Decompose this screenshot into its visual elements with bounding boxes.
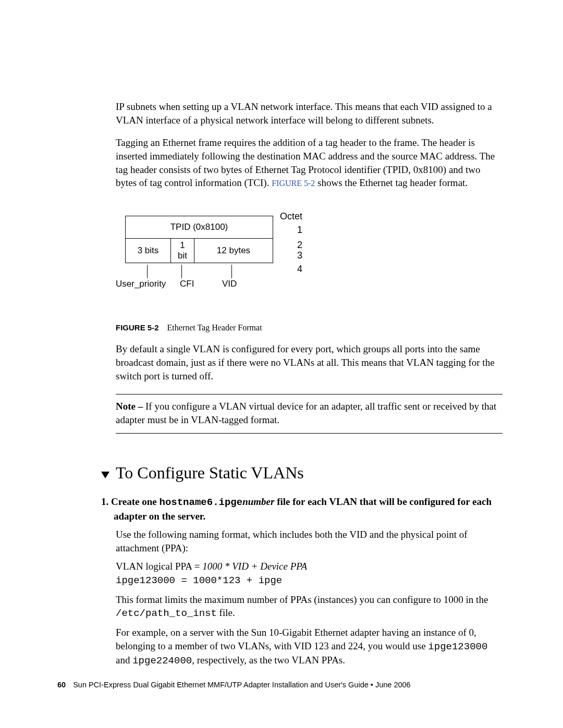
note-lead: Note – xyxy=(116,401,145,412)
footer-title: Sun PCI-Express Dual Gigabit Ethernet MM… xyxy=(73,681,411,689)
note-body: If you configure a VLAN virtual device f… xyxy=(116,401,496,425)
callout-line xyxy=(147,265,148,278)
octet-1: 1 xyxy=(276,225,302,236)
cell-1bit: 1 bit xyxy=(171,238,194,263)
page-number: 60 xyxy=(57,681,66,689)
octet-label: Octet xyxy=(276,212,302,222)
formula-line: VLAN logical PPA = 1000 * VID + Device P… xyxy=(116,560,503,573)
figure-caption-text: Ethernet Tag Header Format xyxy=(167,323,262,332)
label-user-priority: User_priority xyxy=(116,278,166,290)
body-paragraph: Use the following naming format, which i… xyxy=(116,528,503,554)
text-fragment: VLAN logical PPA = xyxy=(116,561,202,572)
body-paragraph: By default a single VLAN is configured f… xyxy=(116,342,503,382)
note-block: Note – If you configure a VLAN virtual d… xyxy=(116,394,503,433)
tpid-cell: TPID (0x8100) xyxy=(126,216,273,238)
inline-code: ipge224000 xyxy=(132,655,192,667)
inline-code: ipge123000 xyxy=(428,641,487,652)
section-title: To Configure Static VLANs xyxy=(116,463,304,482)
text-fragment: , respectively, as the two VLAN PPAs. xyxy=(192,655,345,665)
figure-table: TPID (0x8100) 3 bits 1 bit 12 bytes xyxy=(125,216,273,263)
cell-3bits: 3 bits xyxy=(126,238,171,263)
triangle-down-icon xyxy=(100,463,111,486)
section-heading: To Configure Static VLANs xyxy=(100,462,503,486)
text-fragment: For example, on a server with the Sun 10… xyxy=(116,627,476,651)
figure-reference-link[interactable]: FIGURE 5-2 xyxy=(272,179,315,188)
body-paragraph: This format limits the maximum number of… xyxy=(116,593,503,621)
callout-line xyxy=(231,265,232,278)
inline-code: /etc/path_to_inst xyxy=(116,608,217,619)
step-1: 1. Create one hostname6.ipgenumber file … xyxy=(101,495,503,523)
body-paragraph: For example, on a server with the Sun 10… xyxy=(116,626,503,668)
inline-code: hostname6.ipge xyxy=(160,497,243,508)
figure-caption: FIGURE 5-2 Ethernet Tag Header Format xyxy=(116,322,503,334)
octet-2-3: 2 3 xyxy=(276,240,302,261)
text-fragment: This format limits the maximum number of… xyxy=(116,594,488,605)
document-page: IP subnets when setting up a VLAN networ… xyxy=(0,0,563,728)
callout-line xyxy=(181,265,182,278)
code-line: ipge123000 = 1000*123 + ipge xyxy=(116,574,503,588)
svg-marker-0 xyxy=(101,472,109,478)
body-paragraph: Tagging an Ethernet frame requires the a… xyxy=(116,136,503,190)
step-number: 1. xyxy=(101,496,108,507)
octet-4: 4 xyxy=(276,264,302,275)
step-text: Create one xyxy=(111,496,160,507)
callout-lines xyxy=(125,265,271,278)
figure-tag-header: TPID (0x8100) 3 bits 1 bit 12 bytes Octe… xyxy=(116,212,503,311)
page-footer: 60Sun PCI-Express Dual Gigabit Ethernet … xyxy=(57,680,506,690)
label-vid: VID xyxy=(222,278,237,290)
figure-caption-key: FIGURE 5-2 xyxy=(116,323,159,332)
text-fragment: and xyxy=(116,655,132,665)
text-fragment: file. xyxy=(217,607,235,618)
italic-text: number xyxy=(242,496,274,507)
italic-text: 1000 * VID + Device PPA xyxy=(202,561,307,572)
cell-12bytes: 12 bytes xyxy=(194,238,273,263)
text-fragment: shows the Ethernet tag header format. xyxy=(315,177,468,188)
label-cfi: CFI xyxy=(180,278,194,290)
body-paragraph: IP subnets when setting up a VLAN networ… xyxy=(116,100,503,127)
octet-column: Octet 1 2 3 4 xyxy=(276,212,302,275)
